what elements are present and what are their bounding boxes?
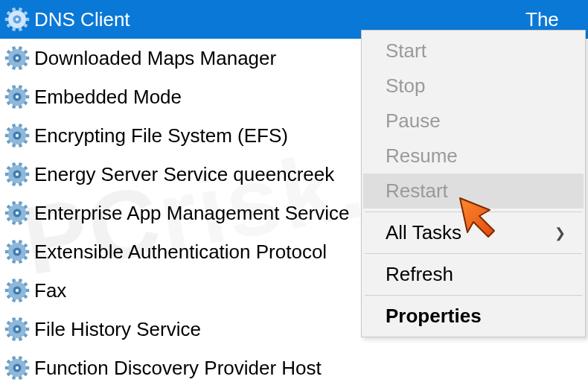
gear-icon <box>4 45 30 71</box>
svg-point-129 <box>16 366 19 369</box>
svg-rect-53 <box>26 173 29 176</box>
menu-item-all-tasks[interactable]: All Tasks ❯ <box>363 215 584 250</box>
gear-icon <box>4 317 30 342</box>
svg-point-90 <box>16 250 19 253</box>
gear-icon <box>4 278 30 303</box>
svg-rect-118 <box>26 366 29 369</box>
svg-rect-6 <box>5 18 8 21</box>
svg-rect-79 <box>26 250 29 253</box>
svg-rect-66 <box>26 212 29 214</box>
service-label: Downloaded Maps Manager <box>34 47 276 70</box>
svg-rect-32 <box>5 95 8 98</box>
svg-rect-84 <box>5 250 8 253</box>
svg-rect-45 <box>5 134 8 137</box>
svg-point-103 <box>16 289 19 292</box>
svg-point-51 <box>16 134 19 137</box>
menu-item-start[interactable]: Start <box>363 34 584 69</box>
svg-rect-105 <box>26 328 29 331</box>
menu-item-stop[interactable]: Stop <box>363 69 584 104</box>
svg-rect-27 <box>26 95 29 98</box>
chevron-right-icon: ❯ <box>555 225 566 241</box>
service-label: Extensible Authentication Protocol <box>34 241 327 264</box>
service-label: File History Service <box>34 318 201 341</box>
svg-point-38 <box>16 95 19 98</box>
service-label: DNS Client <box>34 8 130 31</box>
svg-rect-97 <box>5 289 8 292</box>
svg-rect-40 <box>26 134 29 137</box>
menu-separator <box>365 253 582 254</box>
svg-rect-58 <box>5 173 8 176</box>
service-label: Embedded Mode <box>34 86 182 109</box>
service-label: Energy Server Service queencreek <box>34 163 334 186</box>
svg-point-77 <box>16 212 19 214</box>
gear-icon <box>4 7 30 32</box>
menu-separator <box>365 212 582 212</box>
menu-item-refresh[interactable]: Refresh <box>363 257 584 292</box>
svg-rect-110 <box>5 328 8 331</box>
service-label: Encrypting File System (EFS) <box>34 124 288 147</box>
menu-item-pause[interactable]: Pause <box>363 104 584 139</box>
gear-icon <box>4 355 30 381</box>
service-label: Fax <box>34 279 66 302</box>
svg-point-116 <box>16 328 19 331</box>
svg-rect-19 <box>5 57 8 60</box>
menu-item-resume[interactable]: Resume <box>363 139 584 174</box>
gear-icon <box>4 200 30 226</box>
context-menu: Start Stop Pause Resume Restart All Task… <box>361 30 586 337</box>
gear-icon <box>4 84 30 109</box>
svg-point-12 <box>16 18 19 21</box>
menu-separator <box>365 295 582 296</box>
service-label: Enterprise App Management Service <box>34 202 349 225</box>
svg-rect-123 <box>5 366 8 369</box>
svg-rect-71 <box>5 212 8 214</box>
svg-point-64 <box>16 173 19 176</box>
menu-item-restart[interactable]: Restart <box>363 174 584 209</box>
svg-rect-1 <box>26 18 29 21</box>
service-label: Function Discovery Provider Host <box>34 357 322 380</box>
menu-item-properties[interactable]: Properties <box>363 299 584 334</box>
svg-rect-92 <box>26 289 29 292</box>
gear-icon <box>4 162 30 187</box>
service-row[interactable]: Function Discovery Provider Host <box>0 349 588 387</box>
gear-icon <box>4 239 30 264</box>
svg-rect-14 <box>26 57 29 60</box>
svg-point-25 <box>16 57 19 60</box>
gear-icon <box>4 123 30 148</box>
